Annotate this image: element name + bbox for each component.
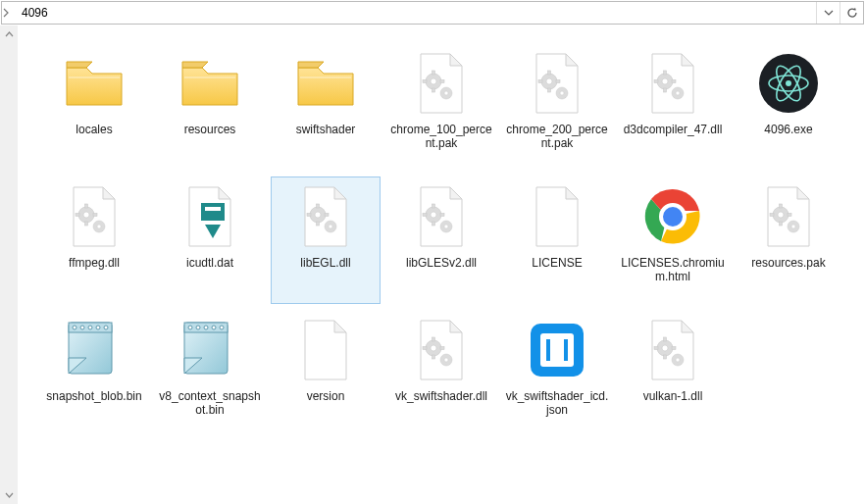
svg-rect-81 bbox=[432, 337, 435, 341]
dll-file-icon bbox=[533, 52, 582, 115]
file-item[interactable]: swiftshader bbox=[271, 43, 381, 171]
svg-rect-41 bbox=[317, 204, 320, 208]
chrome-icon bbox=[643, 187, 702, 246]
datfile-icon bbox=[175, 181, 245, 252]
address-input[interactable] bbox=[18, 4, 816, 22]
svg-point-78 bbox=[220, 326, 224, 329]
file-item[interactable]: vk_swiftshader.dll bbox=[386, 310, 496, 437]
bin-file-icon bbox=[63, 319, 126, 381]
binfile-icon bbox=[59, 315, 129, 385]
svg-rect-52 bbox=[440, 214, 444, 217]
file-item[interactable]: locales bbox=[39, 43, 149, 171]
file-label: libEGL.dll bbox=[300, 256, 350, 270]
file-label: libGLESv2.dll bbox=[406, 256, 477, 270]
svg-rect-84 bbox=[440, 347, 444, 350]
svg-rect-13 bbox=[556, 80, 560, 83]
file-icon bbox=[301, 319, 350, 381]
file-item[interactable]: LICENSES.chromium.html bbox=[618, 176, 728, 304]
svg-rect-31 bbox=[85, 204, 88, 208]
dll-file-icon bbox=[648, 52, 697, 115]
svg-rect-37 bbox=[201, 203, 225, 221]
file-label: vk_swiftshader.dll bbox=[395, 389, 487, 403]
file-label: 4096.exe bbox=[764, 123, 812, 136]
svg-rect-42 bbox=[317, 222, 320, 226]
svg-rect-61 bbox=[770, 214, 774, 217]
svg-point-54 bbox=[444, 225, 448, 228]
svg-point-76 bbox=[204, 326, 208, 329]
vertical-scrollbar[interactable] bbox=[0, 25, 18, 504]
svg-point-93 bbox=[662, 345, 668, 351]
svg-rect-38 bbox=[205, 207, 221, 211]
dll-file-icon bbox=[417, 185, 466, 248]
file-item[interactable]: libGLESv2.dll bbox=[386, 176, 496, 304]
svg-point-68 bbox=[80, 326, 84, 329]
refresh-button[interactable] bbox=[840, 2, 863, 24]
svg-rect-5 bbox=[440, 80, 444, 83]
file-item[interactable]: version bbox=[271, 310, 381, 437]
svg-rect-19 bbox=[664, 88, 667, 92]
file-item[interactable]: snapshot_blob.bin bbox=[39, 310, 149, 437]
file-item[interactable]: d3dcompiler_47.dll bbox=[618, 43, 728, 171]
file-item[interactable]: resources bbox=[155, 43, 265, 171]
svg-rect-91 bbox=[550, 339, 564, 361]
svg-point-15 bbox=[560, 91, 564, 95]
electron-app-icon bbox=[757, 52, 820, 115]
folder-icon bbox=[290, 48, 361, 119]
svg-point-9 bbox=[546, 78, 552, 84]
svg-rect-43 bbox=[307, 214, 311, 217]
file-label: LICENSE bbox=[532, 256, 582, 270]
address-dropdown-button[interactable] bbox=[816, 2, 840, 24]
svg-rect-59 bbox=[780, 204, 783, 208]
file-label: snapshot_blob.bin bbox=[46, 389, 141, 403]
file-item[interactable]: 4096.exe bbox=[734, 43, 843, 171]
file-item[interactable]: chrome_100_percent.pak bbox=[386, 43, 496, 171]
svg-rect-4 bbox=[423, 80, 427, 83]
svg-point-86 bbox=[444, 358, 448, 362]
svg-point-1 bbox=[431, 78, 436, 84]
svg-rect-21 bbox=[672, 80, 676, 83]
svg-point-58 bbox=[778, 212, 784, 218]
file-label: chrome_200_percent.pak bbox=[505, 123, 609, 151]
breadcrumb-chevron-icon bbox=[2, 8, 18, 18]
file-item[interactable]: v8_context_snapshot.bin bbox=[155, 310, 265, 437]
scroll-up-button[interactable] bbox=[0, 25, 18, 43]
address-bar[interactable] bbox=[1, 1, 864, 25]
svg-rect-44 bbox=[325, 214, 329, 217]
svg-point-17 bbox=[662, 78, 668, 84]
chrome-icon bbox=[637, 181, 708, 252]
file-item[interactable]: vk_swiftshader_icd.json bbox=[502, 310, 612, 437]
svg-point-30 bbox=[83, 212, 89, 218]
svg-point-36 bbox=[97, 225, 101, 228]
gearfile-icon bbox=[290, 181, 361, 252]
file-item[interactable]: resources.pak bbox=[734, 176, 843, 304]
gearfile-icon bbox=[59, 181, 129, 252]
svg-rect-2 bbox=[432, 71, 435, 75]
folder-icon bbox=[294, 56, 357, 111]
dll-file-icon bbox=[301, 185, 350, 248]
file-item[interactable]: libEGL.dll bbox=[271, 176, 381, 304]
svg-rect-83 bbox=[423, 347, 427, 350]
svg-point-99 bbox=[676, 358, 680, 362]
gearfile-icon bbox=[753, 181, 824, 252]
file-label: vulkan-1.dll bbox=[643, 389, 703, 403]
file-grid[interactable]: locales resources swiftshader bbox=[18, 25, 865, 504]
svg-rect-33 bbox=[76, 214, 79, 217]
file-label: v8_context_snapshot.bin bbox=[158, 389, 262, 418]
json-app-icon bbox=[529, 322, 585, 378]
file-item[interactable]: LICENSE bbox=[502, 176, 612, 304]
file-item[interactable]: icudtl.dat bbox=[155, 176, 265, 304]
file-item[interactable]: chrome_200_percent.pak bbox=[502, 43, 612, 171]
svg-point-28 bbox=[786, 80, 791, 86]
svg-rect-11 bbox=[548, 88, 551, 92]
file-item[interactable]: ffmpeg.dll bbox=[39, 176, 149, 304]
file-label: version bbox=[307, 389, 345, 403]
brackets-icon bbox=[522, 315, 592, 385]
file-label: vk_swiftshader_icd.json bbox=[505, 389, 609, 418]
file-item[interactable]: vulkan-1.dll bbox=[618, 310, 728, 437]
file-label: d3dcompiler_47.dll bbox=[624, 123, 723, 136]
svg-point-23 bbox=[676, 91, 680, 95]
svg-rect-95 bbox=[664, 355, 667, 359]
svg-point-69 bbox=[88, 326, 92, 329]
scroll-down-button[interactable] bbox=[0, 486, 18, 504]
file-label: swiftshader bbox=[296, 123, 356, 136]
